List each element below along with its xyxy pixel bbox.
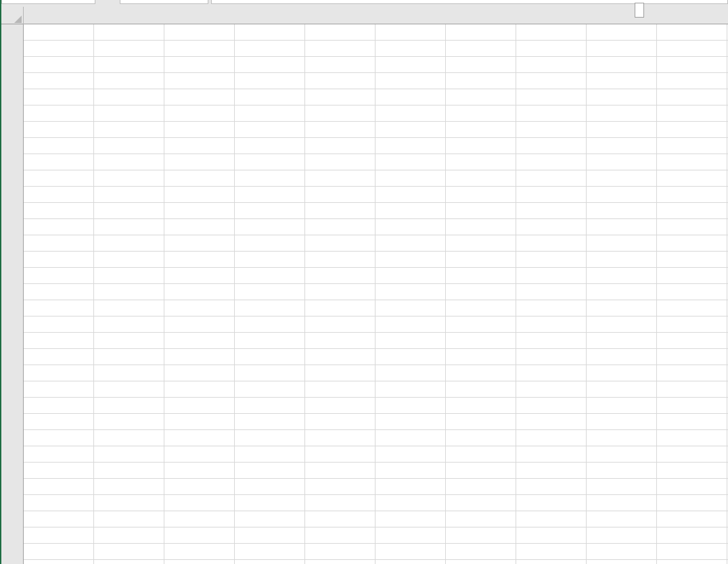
sheet-grid[interactable]	[24, 24, 728, 564]
excel-window	[0, 0, 728, 564]
tooltip	[635, 3, 644, 18]
row-headers	[0, 24, 24, 564]
name-box[interactable]	[1, 0, 95, 4]
formula-bar-strip	[0, 0, 728, 24]
window-edge	[0, 0, 1, 564]
select-all-corner[interactable]	[0, 7, 24, 24]
select-all-triangle-icon	[14, 16, 22, 23]
insert-function-area[interactable]	[120, 0, 208, 4]
formula-bar[interactable]	[211, 0, 728, 4]
